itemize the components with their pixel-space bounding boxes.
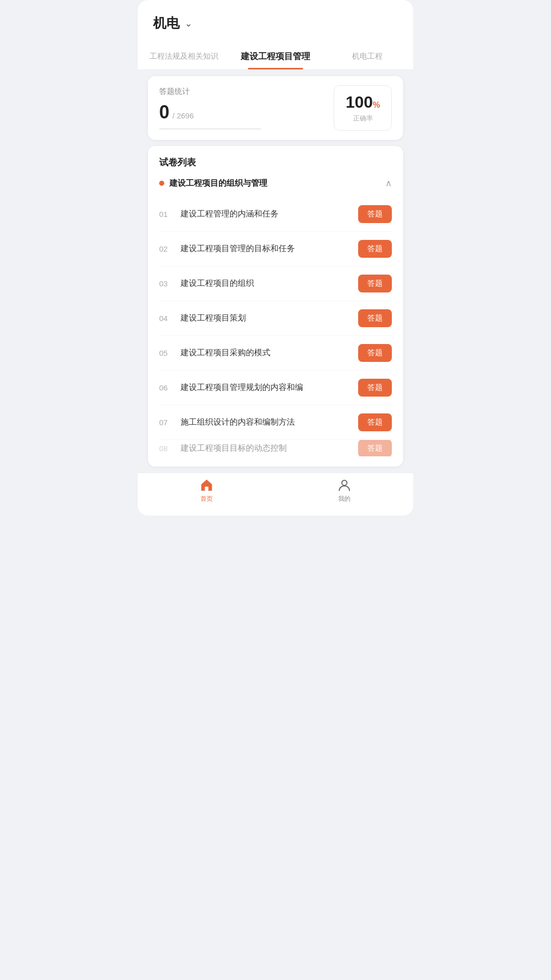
nav-my[interactable]: 我的: [337, 478, 352, 503]
answer-button-05[interactable]: 答题: [358, 344, 392, 362]
header: 机电 ⌄: [138, 0, 413, 40]
list-item: 01 建设工程管理的内涵和任务 答题: [159, 197, 392, 232]
answer-button-03[interactable]: 答题: [358, 275, 392, 292]
list-item: 07 施工组织设计的内容和编制方法 答题: [159, 405, 392, 440]
list-item: 03 建设工程项目的组织 答题: [159, 266, 392, 301]
tab-electromechanical[interactable]: 机电工程: [321, 46, 413, 68]
chevron-up-icon[interactable]: ∧: [385, 178, 392, 189]
svg-rect-0: [205, 487, 209, 491]
answer-button-08[interactable]: 答题: [358, 440, 392, 456]
item-num: 08: [159, 444, 172, 453]
category-title: 建设工程项目的组织与管理: [169, 178, 267, 189]
answer-button-02[interactable]: 答题: [358, 240, 392, 258]
item-name: 建设工程管理的内涵和任务: [181, 209, 358, 219]
stats-separator-total: / 2696: [172, 111, 194, 120]
item-num: 07: [159, 418, 172, 427]
item-num: 01: [159, 210, 172, 218]
svg-point-1: [342, 480, 347, 485]
answer-button-07[interactable]: 答题: [358, 413, 392, 431]
answer-button-01[interactable]: 答题: [358, 205, 392, 223]
item-name: 建设工程项目采购的模式: [181, 348, 358, 358]
stats-progress-bar: [159, 128, 261, 130]
item-num: 06: [159, 383, 172, 392]
item-name: 施工组织设计的内容和编制方法: [181, 417, 358, 428]
item-num: 04: [159, 314, 172, 323]
item-name: 建设工程项目管理规划的内容和编: [181, 382, 358, 393]
answer-button-06[interactable]: 答题: [358, 379, 392, 397]
item-name: 建设工程项目目标的动态控制: [181, 443, 358, 454]
nav-my-label: 我的: [338, 495, 350, 503]
list-item: 06 建设工程项目管理规划的内容和编 答题: [159, 371, 392, 405]
list-items: 01 建设工程管理的内涵和任务 答题 02 建设工程项目管理的目标和任务 答题 …: [159, 197, 392, 456]
stats-card: 答题统计 0 / 2696 100% 正确率: [148, 76, 403, 140]
stats-accuracy-card: 100% 正确率: [334, 85, 392, 131]
header-title: 机电: [153, 14, 180, 32]
chevron-down-icon[interactable]: ⌄: [185, 18, 192, 29]
bottom-nav: 首页 我的: [138, 473, 413, 516]
accuracy-label: 正确率: [345, 114, 380, 123]
category-dot: [159, 181, 164, 186]
stats-current: 0: [159, 102, 169, 123]
tab-engineering-law[interactable]: 工程法规及相关知识: [138, 46, 230, 68]
list-title: 试卷列表: [159, 156, 392, 168]
item-name: 建设工程项目策划: [181, 313, 358, 324]
tab-row: 工程法规及相关知识 建设工程项目管理 机电工程: [138, 40, 413, 70]
item-name: 建设工程项目的组织: [181, 278, 358, 289]
tab-construction-management[interactable]: 建设工程项目管理: [230, 45, 321, 69]
list-item: 04 建设工程项目策划 答题: [159, 301, 392, 336]
list-item: 08 建设工程项目目标的动态控制 答题: [159, 440, 392, 456]
item-num: 02: [159, 244, 172, 253]
answer-button-04[interactable]: 答题: [358, 309, 392, 327]
home-icon: [199, 478, 214, 493]
item-num: 03: [159, 279, 172, 288]
person-icon: [337, 478, 352, 493]
item-num: 05: [159, 349, 172, 357]
nav-home-label: 首页: [201, 495, 213, 503]
list-item: 05 建设工程项目采购的模式 答题: [159, 336, 392, 371]
accuracy-value: 100%: [345, 93, 380, 112]
item-name: 建设工程项目管理的目标和任务: [181, 243, 358, 254]
stats-left: 答题统计 0 / 2696: [159, 87, 261, 130]
list-item: 02 建设工程项目管理的目标和任务 答题: [159, 232, 392, 266]
nav-home[interactable]: 首页: [199, 478, 214, 503]
list-section: 试卷列表 建设工程项目的组织与管理 ∧ 01 建设工程管理的内涵和任务 答题 0…: [148, 146, 403, 467]
category-header[interactable]: 建设工程项目的组织与管理 ∧: [159, 178, 392, 189]
stats-label: 答题统计: [159, 87, 261, 96]
